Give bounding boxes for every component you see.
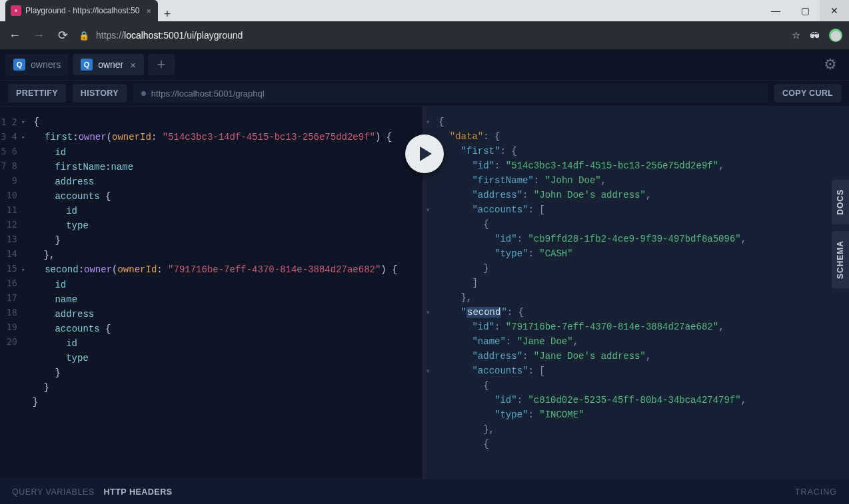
- prettify-button[interactable]: PRETTIFY: [8, 84, 66, 103]
- tab-owner[interactable]: Q owner ×: [73, 54, 144, 75]
- query-code[interactable]: ▾ { ▾ first:owner(ownerId: "514c3bc3-14d…: [21, 107, 423, 479]
- run-button[interactable]: [405, 134, 444, 173]
- lock-icon: 🔒: [79, 31, 89, 41]
- browser-titlebar: Playground - https://localhost:50 × + — …: [0, 0, 849, 21]
- close-tab-icon[interactable]: ×: [130, 59, 136, 71]
- playground-tabs: Q owners Q owner × + ⚙: [0, 49, 849, 80]
- http-headers-tab[interactable]: HTTP HEADERS: [104, 487, 173, 497]
- star-icon[interactable]: ☆: [792, 29, 800, 41]
- query-icon: Q: [81, 59, 93, 71]
- browser-tab-title: Playground - https://localhost:50: [25, 6, 139, 15]
- docs-button[interactable]: DOCS: [832, 180, 849, 224]
- tab-label: owner: [98, 59, 123, 70]
- maximize-button[interactable]: ▢: [790, 0, 820, 21]
- window-close-button[interactable]: ✕: [820, 0, 849, 21]
- query-variables-tab[interactable]: QUERY VARIABLES: [12, 487, 95, 497]
- forward-button[interactable]: →: [31, 29, 47, 43]
- endpoint-url: https://localhost:5001/graphql: [151, 89, 265, 99]
- endpoint-input[interactable]: https://localhost:5001/graphql: [133, 83, 768, 103]
- reload-button[interactable]: ⟳: [55, 28, 71, 43]
- new-tab-button[interactable]: +: [158, 7, 177, 21]
- profile-avatar[interactable]: ⬤: [829, 29, 842, 42]
- tracing-tab[interactable]: TRACING: [795, 487, 837, 497]
- history-button[interactable]: HISTORY: [73, 84, 127, 103]
- settings-icon[interactable]: ⚙: [824, 56, 837, 73]
- copy-curl-button[interactable]: COPY CURL: [774, 84, 841, 103]
- favicon-icon: [11, 5, 21, 16]
- browser-address-bar: ← → ⟳ 🔒 https://localhost:5001/ui/playgr…: [0, 21, 849, 49]
- minimize-button[interactable]: —: [761, 0, 790, 21]
- result-viewer[interactable]: ▾▾▾▾▾▾ { "data": { "first": { "id": "514…: [426, 107, 849, 479]
- result-code: { "data": { "first": { "id": "514c3bc3-1…: [438, 107, 849, 479]
- url-input[interactable]: 🔒 https://localhost:5001/ui/playground: [79, 30, 784, 41]
- incognito-icon[interactable]: 🕶: [810, 30, 820, 41]
- close-tab-icon[interactable]: ×: [146, 6, 151, 16]
- tab-label: owners: [31, 59, 61, 70]
- browser-tab[interactable]: Playground - https://localhost:50 ×: [5, 0, 158, 21]
- playground-footer: QUERY VARIABLES HTTP HEADERS TRACING: [0, 479, 849, 504]
- back-button[interactable]: ←: [7, 29, 23, 43]
- query-editor[interactable]: 1 2 3 4 5 6 7 8 9 10 11 12 13 14 15 16 1…: [0, 107, 423, 479]
- add-tab-button[interactable]: +: [148, 54, 175, 75]
- line-gutter: 1 2 3 4 5 6 7 8 9 10 11 12 13 14 15 16 1…: [0, 107, 21, 479]
- playground-toolbar: PRETTIFY HISTORY https://localhost:5001/…: [0, 80, 849, 107]
- query-icon: Q: [13, 59, 25, 71]
- status-dot-icon: [141, 91, 146, 96]
- tab-owners[interactable]: Q owners: [5, 54, 69, 75]
- schema-button[interactable]: SCHEMA: [832, 231, 849, 288]
